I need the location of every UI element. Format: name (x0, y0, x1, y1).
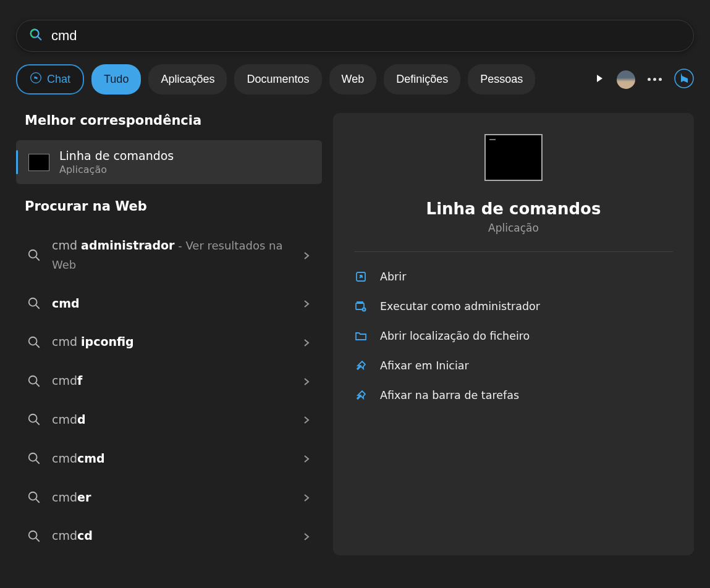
preview-action-label: Afixar na barra de tarefas (380, 389, 519, 401)
pin-icon (354, 388, 368, 402)
filter-tab-all[interactable]: Tudo (91, 64, 141, 94)
filter-tab-settings[interactable]: Definições (384, 64, 460, 94)
svg-line-12 (36, 383, 40, 386)
svg-point-19 (29, 531, 37, 539)
web-result-item[interactable]: cmdf (16, 361, 322, 400)
scroll-right-icon[interactable] (594, 74, 604, 86)
search-icon (27, 452, 41, 465)
search-icon (27, 529, 41, 543)
filter-chat[interactable]: Chat (16, 64, 84, 94)
web-result-item[interactable]: cmd administrador - Ver resultados na We… (16, 226, 322, 284)
preview-action-label: Abrir (380, 271, 406, 283)
chevron-right-icon (302, 251, 311, 259)
web-result-item[interactable]: cmdcd (16, 516, 322, 555)
search-icon (29, 28, 43, 44)
chevron-right-icon (302, 338, 311, 346)
svg-line-16 (36, 461, 40, 464)
filter-tab-label: Definições (396, 73, 448, 86)
svg-line-8 (36, 306, 40, 309)
filter-tab-apps[interactable]: Aplicações (148, 64, 227, 94)
svg-point-11 (29, 376, 37, 384)
filter-chat-label: Chat (47, 73, 70, 86)
svg-point-5 (29, 250, 37, 258)
preview-action[interactable]: Afixar na barra de tarefas (345, 380, 682, 410)
chevron-right-icon (302, 415, 311, 424)
web-result-text: cmd administrador - Ver resultados na We… (52, 236, 302, 274)
search-icon (27, 248, 41, 262)
results-column: Melhor correspondência Linha de comandos… (16, 113, 322, 555)
cmd-app-icon (28, 154, 49, 171)
chevron-right-icon (302, 493, 311, 502)
svg-point-15 (29, 453, 37, 461)
bing-chat-icon (30, 72, 42, 87)
web-result-text: cmder (52, 488, 302, 507)
admin-icon (354, 300, 368, 313)
web-result-item[interactable]: cmd ipconfig (16, 322, 322, 361)
filter-tab-label: Web (342, 73, 365, 86)
svg-line-6 (36, 257, 40, 260)
preview-action[interactable]: Abrir (345, 262, 682, 292)
svg-line-20 (36, 538, 40, 541)
bing-icon[interactable] (674, 69, 694, 91)
chevron-right-icon (302, 377, 311, 385)
svg-line-14 (36, 422, 40, 425)
folder-icon (354, 329, 368, 343)
user-avatar[interactable] (617, 70, 635, 89)
preview-action-label: Afixar em Iniciar (380, 359, 469, 372)
search-bar[interactable] (16, 20, 694, 52)
svg-point-7 (29, 298, 37, 306)
preview-subtitle: Aplicação (488, 222, 539, 234)
preview-title: Linha de comandos (426, 200, 601, 218)
web-result-item[interactable]: cmd (16, 284, 322, 323)
web-result-item[interactable]: cmdd (16, 400, 322, 439)
best-match-item[interactable]: Linha de comandos Aplicação (16, 140, 322, 184)
svg-point-13 (29, 414, 37, 422)
preview-panel: Linha de comandos Aplicação AbrirExecuta… (333, 113, 694, 555)
search-icon (27, 490, 41, 504)
preview-action[interactable]: Executar como administrador (345, 292, 682, 321)
preview-app-icon (484, 134, 543, 181)
web-result-text: cmd (52, 294, 302, 313)
open-icon (354, 270, 368, 284)
best-match-subtitle: Aplicação (59, 164, 174, 175)
filter-tab-label: Documentos (247, 73, 309, 86)
best-match-header: Melhor correspondência (25, 113, 322, 128)
chevron-right-icon (302, 454, 311, 463)
filter-tab-label: Pessoas (480, 73, 523, 86)
preview-action[interactable]: Afixar em Iniciar (345, 351, 682, 380)
web-result-text: cmdf (52, 371, 302, 390)
web-result-item[interactable]: cmdcmd (16, 439, 322, 478)
search-input[interactable] (51, 28, 681, 44)
web-result-item[interactable]: cmder (16, 478, 322, 517)
filter-tab-documents[interactable]: Documentos (234, 64, 321, 94)
filter-tab-people[interactable]: Pessoas (468, 64, 535, 94)
preview-action[interactable]: Abrir localização do ficheiro (345, 321, 682, 351)
filter-tab-label: Aplicações (161, 73, 214, 86)
web-result-text: cmdd (52, 410, 302, 429)
best-match-title: Linha de comandos (59, 149, 174, 162)
filter-row: Chat Tudo Aplicações Documentos Web Defi… (16, 64, 694, 94)
filter-tab-web[interactable]: Web (329, 64, 377, 94)
filter-scroll: Chat Tudo Aplicações Documentos Web Defi… (16, 64, 583, 94)
svg-line-2 (38, 37, 41, 40)
chevron-right-icon (302, 532, 311, 540)
web-result-text: cmdcd (52, 526, 302, 545)
svg-line-10 (36, 344, 40, 347)
web-result-text: cmdcmd (52, 449, 302, 468)
more-icon[interactable] (648, 78, 662, 81)
search-icon (27, 296, 41, 310)
svg-point-17 (29, 492, 37, 500)
search-icon (27, 374, 41, 388)
svg-line-18 (36, 500, 40, 503)
filter-tab-label: Tudo (104, 73, 129, 86)
search-icon (27, 413, 41, 426)
svg-point-9 (29, 337, 37, 345)
chevron-right-icon (302, 299, 311, 308)
web-results-header: Procurar na Web (25, 199, 322, 214)
web-result-text: cmd ipconfig (52, 332, 302, 351)
search-icon (27, 335, 41, 349)
preview-action-label: Executar como administrador (380, 300, 540, 313)
pin-icon (354, 359, 368, 372)
preview-action-label: Abrir localização do ficheiro (380, 330, 530, 342)
